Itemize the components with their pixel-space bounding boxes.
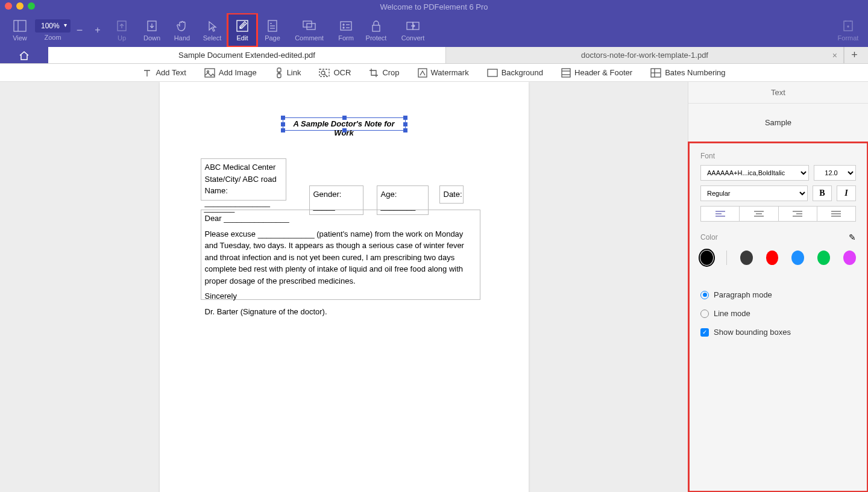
zoom-in-button[interactable]: +: [89, 13, 107, 47]
minimize-window-button[interactable]: [16, 2, 24, 10]
resize-handle[interactable]: [281, 122, 285, 126]
text-block-date[interactable]: Date:: [439, 185, 464, 204]
sample-preview: Sample: [688, 104, 868, 142]
link-button[interactable]: Link: [275, 67, 301, 78]
resize-handle[interactable]: [403, 128, 407, 132]
canvas-area[interactable]: A Sample Doctor's Note for Work ABC Medi…: [0, 82, 688, 492]
down-button[interactable]: Down: [137, 13, 167, 47]
page-button[interactable]: Page: [257, 13, 288, 47]
close-tab-icon[interactable]: ×: [832, 51, 837, 60]
select-button[interactable]: Select: [197, 13, 227, 47]
app-title: Welcome to PDFelement 6 Pro: [380, 2, 488, 11]
home-tab[interactable]: [0, 47, 48, 63]
color-darkgray[interactable]: [740, 251, 753, 265]
align-left-button[interactable]: [700, 206, 740, 222]
format-button[interactable]: Format: [833, 13, 863, 47]
edit-button[interactable]: Edit: [227, 13, 257, 47]
pdf-page[interactable]: A Sample Doctor's Note for Work ABC Medi…: [160, 82, 529, 492]
add-text-button[interactable]: Add Text: [142, 68, 186, 78]
tab-label: Sample Document Extended-edited.pdf: [178, 51, 315, 60]
svg-rect-9: [303, 21, 312, 27]
zoom-out-button[interactable]: −: [71, 13, 89, 47]
svg-rect-16: [373, 25, 380, 31]
svg-point-12: [343, 24, 344, 25]
convert-button[interactable]: Convert: [391, 13, 435, 47]
hand-button[interactable]: Hand: [167, 13, 197, 47]
crop-button[interactable]: Crop: [369, 68, 399, 78]
watermark-icon: [418, 68, 427, 78]
lock-icon: [369, 19, 383, 33]
format-icon: [841, 19, 855, 33]
form-icon: [339, 19, 353, 33]
color-label: Color: [700, 233, 718, 241]
svg-rect-33: [562, 69, 570, 77]
svg-point-13: [343, 27, 344, 28]
protect-button[interactable]: Protect: [361, 13, 391, 47]
page-down-icon: [145, 19, 159, 33]
maximize-window-button[interactable]: [28, 2, 35, 10]
panel-header: Text: [688, 82, 868, 104]
color-magenta[interactable]: [843, 251, 856, 265]
comment-icon: [302, 19, 316, 33]
color-black[interactable]: [700, 251, 713, 265]
close-window-button[interactable]: [5, 2, 12, 10]
align-justify-button[interactable]: [817, 206, 856, 222]
font-style-select[interactable]: Regular: [700, 185, 808, 201]
text-block-body[interactable]: Dear _______________ Please excuse _____…: [201, 210, 480, 300]
tab-document-1[interactable]: Sample Document Extended-edited.pdf: [48, 47, 446, 63]
font-label: Font: [700, 152, 856, 160]
zoom-select[interactable]: 100%: [35, 19, 71, 33]
workspace: A Sample Doctor's Note for Work ABC Medi…: [0, 82, 868, 492]
edit-toolbar: Add Text Add Image Link OCR Crop Waterma…: [0, 64, 868, 82]
resize-handle[interactable]: [281, 116, 285, 120]
bates-icon: [650, 68, 661, 78]
text-icon: [142, 68, 152, 78]
align-right-button[interactable]: [779, 206, 817, 222]
checkbox-icon: ✓: [700, 328, 709, 337]
svg-rect-10: [307, 23, 315, 30]
color-red[interactable]: [766, 251, 779, 265]
svg-rect-23: [205, 69, 215, 77]
italic-button[interactable]: I: [837, 185, 856, 201]
tab-strip: Sample Document Extended-edited.pdf doct…: [0, 47, 868, 64]
font-size-select[interactable]: 12.0: [814, 165, 856, 181]
bates-numbering-button[interactable]: Bates Numbering: [650, 68, 725, 78]
font-family-select[interactable]: AAAAAA+H...ica,BoldItalic: [700, 165, 809, 181]
color-green[interactable]: [817, 251, 830, 265]
ocr-button[interactable]: OCR: [319, 68, 351, 77]
show-bounding-boxes-checkbox[interactable]: ✓ Show bounding boxes: [700, 328, 856, 337]
view-button[interactable]: View: [5, 13, 35, 47]
background-icon: [487, 69, 498, 77]
resize-handle[interactable]: [403, 116, 407, 120]
radio-icon: [700, 310, 709, 318]
convert-icon: [406, 19, 420, 33]
align-center-button[interactable]: [740, 206, 778, 222]
paragraph-mode-radio[interactable]: Paragraph mode: [700, 290, 856, 299]
svg-point-24: [207, 70, 209, 72]
ocr-icon: [319, 69, 330, 77]
up-button[interactable]: Up: [107, 13, 137, 47]
svg-line-30: [324, 74, 327, 76]
color-blue[interactable]: [791, 251, 804, 265]
resize-handle[interactable]: [342, 116, 347, 120]
header-footer-button[interactable]: Header & Footer: [561, 68, 632, 78]
cursor-icon: [205, 19, 219, 33]
resize-handle[interactable]: [342, 128, 347, 132]
resize-handle[interactable]: [403, 122, 407, 126]
watermark-button[interactable]: Watermark: [418, 68, 469, 78]
edit-icon: [235, 19, 250, 33]
tab-document-2[interactable]: doctors-note-for-work-template-1.pdf ×: [446, 47, 844, 63]
svg-rect-31: [418, 69, 427, 77]
bold-button[interactable]: B: [813, 185, 832, 201]
eyedropper-icon[interactable]: ✎: [849, 232, 856, 242]
line-mode-radio[interactable]: Line mode: [700, 309, 856, 318]
add-image-button[interactable]: Add Image: [204, 68, 257, 78]
selected-text-box[interactable]: A Sample Doctor's Note for Work: [283, 117, 406, 131]
text-block-header[interactable]: ABC Medical Center State/City/ ABC road …: [201, 158, 286, 201]
form-button[interactable]: Form: [331, 13, 361, 47]
background-button[interactable]: Background: [487, 68, 543, 77]
comment-button[interactable]: Comment: [288, 13, 331, 47]
resize-handle[interactable]: [281, 128, 285, 132]
new-tab-button[interactable]: +: [844, 47, 864, 63]
svg-rect-11: [341, 22, 351, 30]
